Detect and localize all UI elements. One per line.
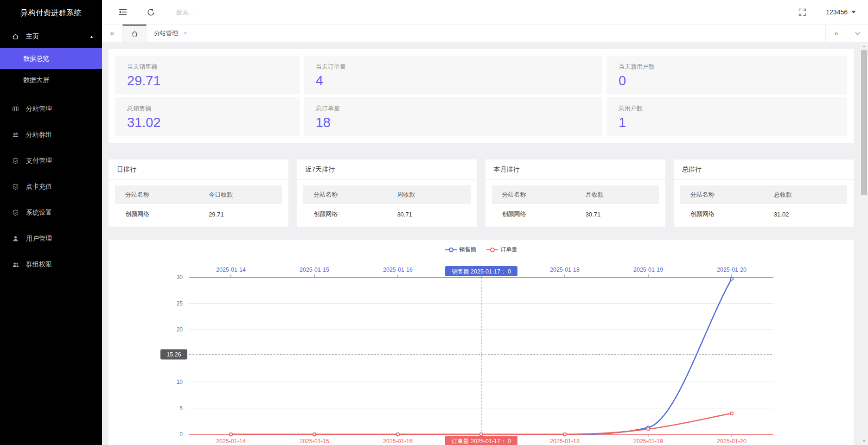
sidebar-subitem[interactable]: 数据大屏 [0, 69, 102, 90]
data-point-marker [480, 433, 483, 436]
chart-svg[interactable]: 2025-01-142025-01-142025-01-152025-01-15… [108, 240, 854, 445]
tab-close-icon[interactable]: × [184, 30, 187, 37]
table-row: 创颜网络31.02 [680, 204, 847, 220]
stat-value: 29.71 [127, 73, 287, 89]
x-axis-label-bottom: 2025-01-16 [383, 438, 413, 445]
x-axis-label-top: 2025-01-14 [216, 267, 246, 273]
sidebar-subitem[interactable]: 数据总览 [0, 48, 102, 69]
tooltip-sales-text: 销售额 2025-01-17： 0 [452, 268, 511, 275]
y-axis-label: 10 [177, 379, 183, 385]
ranking-panel: 日排行分站名称今日收款创颜网络29.71 [108, 159, 288, 227]
sidebar-item-label: 用户管理 [26, 235, 52, 243]
tab-label: 分站管理 [154, 29, 178, 38]
sidebar-item[interactable]: 用户管理 [0, 226, 102, 252]
amount-cell: 31.02 [764, 204, 847, 220]
stat-value: 31.02 [127, 115, 287, 130]
data-point-marker [730, 412, 733, 415]
scrollbar-thumb[interactable] [861, 50, 867, 195]
stat-value: 0 [619, 73, 835, 89]
tooltip-y-value-text: 15.26 [166, 351, 181, 358]
caret-down-icon [851, 11, 856, 13]
sidebar-item[interactable]: 点卡充值 [0, 174, 102, 200]
amount-cell: 30.71 [387, 204, 470, 220]
sidebar-item[interactable]: 分站管理 [0, 96, 102, 122]
stat-card: 总销售额31.02 [115, 97, 300, 136]
x-axis-label-top: 2025-01-16 [383, 267, 413, 273]
user-dropdown[interactable]: 123456 [826, 8, 856, 16]
sidebar-item[interactable]: 系统设置 [0, 200, 102, 226]
tabbar-spacer [195, 25, 825, 42]
x-axis-label-bottom: 2025-01-18 [550, 438, 580, 445]
legend-label: 订单量 [501, 246, 517, 254]
ranking-title: 日排行 [108, 159, 288, 180]
scrollbar-up-arrow[interactable]: ▲ [860, 44, 868, 49]
tab-bar: « 分站管理 × » [102, 24, 868, 42]
legend-item[interactable]: 销售额 [445, 246, 476, 254]
table-row: 创颜网络30.71 [492, 204, 659, 220]
ranking-body: 分站名称总收款创颜网络31.02 [674, 180, 854, 227]
rankings-row: 日排行分站名称今日收款创颜网络29.71近7天排行分站名称周收款创颜网络30.7… [108, 159, 854, 227]
ranking-body: 分站名称今日收款创颜网络29.71 [108, 180, 288, 227]
shield-check-icon [12, 158, 20, 164]
column-header: 今日收款 [198, 185, 282, 204]
data-point-marker [730, 277, 733, 280]
collapse-menu-icon[interactable] [117, 6, 129, 18]
tooltip-orders-text: 订单量 2025-01-17： 0 [452, 438, 511, 445]
stat-label: 总销售额 [127, 104, 287, 113]
top-header: 123456 [102, 0, 868, 24]
fullscreen-icon[interactable] [796, 6, 808, 18]
user-icon [12, 235, 20, 242]
sidebar-item-label: 主页 [26, 32, 39, 41]
y-axis-label: 5 [179, 405, 183, 412]
stat-label: 当天销售额 [127, 63, 287, 71]
ranking-title: 总排行 [674, 159, 854, 180]
stat-label: 当天订单量 [316, 63, 590, 71]
table-row: 创颜网络30.71 [303, 204, 470, 220]
stat-value: 18 [316, 115, 590, 130]
tabs-menu-button[interactable] [847, 25, 868, 42]
site-name-cell: 创颜网络 [680, 204, 764, 220]
legend-item[interactable]: 订单量 [486, 246, 517, 254]
scrollbar-down-arrow[interactable]: ▼ [860, 439, 868, 444]
sidebar-item[interactable]: 群组权限 [0, 252, 102, 278]
sidebar-item[interactable]: 支付管理 [0, 148, 102, 174]
stat-value: 4 [316, 73, 590, 89]
table-row: 创颜网络29.71 [115, 204, 282, 220]
tab-site-management[interactable]: 分站管理 × [147, 25, 195, 42]
refresh-icon[interactable] [145, 6, 157, 18]
main-area: 123456 « 分站管理 × » 当天销售额29.71当天订单量4当天新用户数… [102, 0, 868, 445]
legend-label: 销售额 [460, 246, 476, 254]
content-area: 当天销售额29.71当天订单量4当天新用户数0总销售额31.02总订单量18总用… [102, 43, 860, 445]
ranking-body: 分站名称周收款创颜网络30.71 [297, 180, 477, 227]
column-header: 分站名称 [680, 185, 764, 204]
amount-cell: 30.71 [575, 204, 659, 220]
vertical-scrollbar[interactable]: ▲ ▼ [860, 43, 868, 445]
sidebar-menu: 主页▲数据总览数据大屏分站管理分站群组支付管理点卡充值系统设置用户管理群组权限 [0, 25, 102, 278]
site-name-cell: 创颜网络 [492, 204, 575, 220]
sliders-icon [12, 132, 20, 138]
column-header: 分站名称 [115, 185, 198, 204]
sidebar-item[interactable]: 分站群组 [0, 122, 102, 148]
data-point-marker [230, 433, 232, 436]
column-header: 分站名称 [492, 185, 575, 204]
sidebar: 异构付费进群系统 主页▲数据总览数据大屏分站管理分站群组支付管理点卡充值系统设置… [0, 0, 102, 445]
x-axis-label-top: 2025-01-20 [717, 267, 747, 273]
stat-label: 总用户数 [619, 104, 835, 113]
home-icon [131, 31, 138, 37]
sidebar-item-label: 点卡充值 [26, 183, 52, 191]
tabs-scroll-left-button[interactable]: « [102, 25, 122, 42]
stat-card: 总订单量18 [304, 97, 602, 136]
search-input[interactable] [175, 8, 277, 16]
x-axis-label-bottom: 2025-01-15 [300, 438, 329, 445]
users-icon [12, 261, 20, 268]
tabs-scroll-right-button[interactable]: » [825, 25, 847, 42]
ranking-panel: 总排行分站名称总收款创颜网络31.02 [674, 159, 854, 227]
site-name-cell: 创颜网络 [303, 204, 387, 220]
sidebar-item[interactable]: 主页▲ [0, 25, 102, 48]
stat-card: 总用户数1 [606, 97, 847, 136]
data-point-marker [647, 428, 650, 431]
amount-cell: 29.71 [198, 204, 282, 220]
tab-home[interactable] [122, 25, 147, 42]
stat-value: 1 [619, 115, 835, 130]
x-axis-label-bottom: 2025-01-14 [216, 438, 246, 445]
